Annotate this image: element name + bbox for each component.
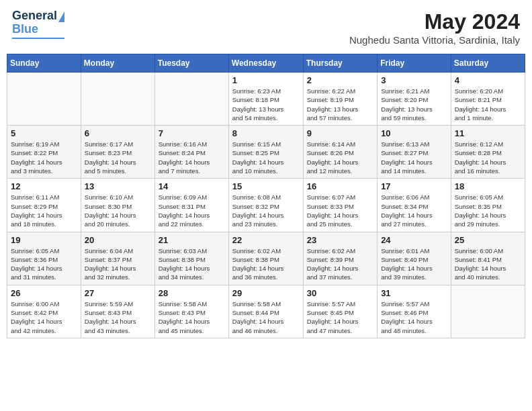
day-number: 25	[455, 235, 521, 245]
calendar-table: SundayMondayTuesdayWednesdayThursdayFrid…	[7, 54, 525, 338]
header-friday: Friday	[378, 54, 451, 73]
header-monday: Monday	[81, 54, 154, 73]
calendar-cell: 31Sunrise: 5:57 AMSunset: 8:46 PMDayligh…	[378, 285, 451, 338]
day-number: 6	[85, 128, 151, 138]
calendar-week-5: 26Sunrise: 6:00 AMSunset: 8:42 PMDayligh…	[7, 285, 525, 338]
calendar-week-3: 12Sunrise: 6:11 AMSunset: 8:29 PMDayligh…	[7, 179, 525, 232]
calendar-week-1: 1Sunrise: 6:23 AMSunset: 8:18 PMDaylight…	[7, 73, 525, 126]
calendar-cell: 10Sunrise: 6:13 AMSunset: 8:27 PMDayligh…	[378, 126, 451, 179]
calendar-cell: 9Sunrise: 6:14 AMSunset: 8:26 PMDaylight…	[303, 126, 377, 179]
day-number: 27	[85, 288, 151, 298]
day-detail: Sunrise: 6:21 AMSunset: 8:20 PMDaylight:…	[381, 87, 447, 122]
day-number: 23	[307, 235, 373, 245]
month-year-title: May 2024	[349, 9, 520, 34]
day-detail: Sunrise: 6:04 AMSunset: 8:37 PMDaylight:…	[85, 246, 151, 282]
calendar-cell: 28Sunrise: 5:58 AMSunset: 8:43 PMDayligh…	[154, 285, 228, 338]
calendar-cell: 5Sunrise: 6:19 AMSunset: 8:22 PMDaylight…	[7, 126, 81, 179]
day-detail: Sunrise: 6:15 AMSunset: 8:25 PMDaylight:…	[232, 140, 300, 175]
calendar-week-4: 19Sunrise: 6:05 AMSunset: 8:36 PMDayligh…	[7, 232, 525, 285]
day-number: 28	[159, 288, 225, 298]
calendar-cell	[451, 285, 525, 338]
day-number: 30	[307, 288, 373, 298]
day-detail: Sunrise: 6:09 AMSunset: 8:31 PMDaylight:…	[159, 193, 225, 228]
day-detail: Sunrise: 6:02 AMSunset: 8:39 PMDaylight:…	[307, 246, 373, 282]
calendar-cell: 22Sunrise: 6:02 AMSunset: 8:38 PMDayligh…	[228, 232, 303, 285]
day-detail: Sunrise: 6:10 AMSunset: 8:30 PMDaylight:…	[85, 193, 151, 228]
title-section: May 2024 Nughedu Santa Vittoria, Sardini…	[349, 9, 520, 46]
calendar-body: 1Sunrise: 6:23 AMSunset: 8:18 PMDaylight…	[7, 73, 525, 338]
calendar-cell: 12Sunrise: 6:11 AMSunset: 8:29 PMDayligh…	[7, 179, 81, 232]
calendar-cell: 6Sunrise: 6:17 AMSunset: 8:23 PMDaylight…	[81, 126, 154, 179]
location-subtitle: Nughedu Santa Vittoria, Sardinia, Italy	[349, 34, 520, 46]
calendar-cell	[154, 73, 228, 126]
calendar-cell: 11Sunrise: 6:12 AMSunset: 8:28 PMDayligh…	[451, 126, 525, 179]
calendar-cell: 18Sunrise: 6:05 AMSunset: 8:35 PMDayligh…	[451, 179, 525, 232]
day-number: 10	[381, 128, 447, 138]
day-detail: Sunrise: 5:57 AMSunset: 8:46 PMDaylight:…	[381, 300, 447, 335]
day-number: 22	[232, 235, 300, 245]
logo-text-general: General	[12, 9, 57, 23]
day-number: 14	[159, 181, 225, 191]
calendar-cell: 30Sunrise: 5:57 AMSunset: 8:45 PMDayligh…	[303, 285, 377, 338]
calendar-cell: 21Sunrise: 6:03 AMSunset: 8:38 PMDayligh…	[154, 232, 228, 285]
day-number: 31	[381, 288, 447, 298]
calendar-cell: 16Sunrise: 6:07 AMSunset: 8:33 PMDayligh…	[303, 179, 377, 232]
day-number: 24	[381, 235, 447, 245]
day-number: 11	[455, 128, 521, 138]
calendar-cell: 2Sunrise: 6:22 AMSunset: 8:19 PMDaylight…	[303, 73, 377, 126]
day-number: 2	[307, 75, 373, 85]
day-detail: Sunrise: 6:22 AMSunset: 8:19 PMDaylight:…	[307, 87, 373, 122]
calendar-cell: 1Sunrise: 6:23 AMSunset: 8:18 PMDaylight…	[228, 73, 303, 126]
logo-triangle-icon	[58, 11, 64, 22]
day-number: 1	[232, 75, 300, 85]
day-detail: Sunrise: 6:01 AMSunset: 8:40 PMDaylight:…	[381, 246, 447, 282]
calendar-cell: 4Sunrise: 6:20 AMSunset: 8:21 PMDaylight…	[451, 73, 525, 126]
day-detail: Sunrise: 6:16 AMSunset: 8:24 PMDaylight:…	[159, 140, 225, 175]
day-number: 29	[232, 288, 300, 298]
day-number: 16	[307, 181, 373, 191]
day-detail: Sunrise: 6:19 AMSunset: 8:22 PMDaylight:…	[11, 140, 77, 175]
calendar-cell: 7Sunrise: 6:16 AMSunset: 8:24 PMDaylight…	[154, 126, 228, 179]
day-number: 15	[232, 181, 300, 191]
day-number: 12	[11, 181, 77, 191]
day-detail: Sunrise: 6:20 AMSunset: 8:21 PMDaylight:…	[455, 87, 521, 122]
page-header: General Blue May 2024 Nughedu Santa Vitt…	[7, 7, 525, 48]
day-detail: Sunrise: 6:13 AMSunset: 8:27 PMDaylight:…	[381, 140, 447, 175]
day-detail: Sunrise: 5:58 AMSunset: 8:43 PMDaylight:…	[159, 300, 225, 335]
header-sunday: Sunday	[7, 54, 81, 73]
day-detail: Sunrise: 6:12 AMSunset: 8:28 PMDaylight:…	[455, 140, 521, 175]
calendar-cell: 8Sunrise: 6:15 AMSunset: 8:25 PMDaylight…	[228, 126, 303, 179]
day-number: 13	[85, 181, 151, 191]
calendar-cell: 24Sunrise: 6:01 AMSunset: 8:40 PMDayligh…	[378, 232, 451, 285]
calendar-cell: 14Sunrise: 6:09 AMSunset: 8:31 PMDayligh…	[154, 179, 228, 232]
calendar-cell: 19Sunrise: 6:05 AMSunset: 8:36 PMDayligh…	[7, 232, 81, 285]
day-number: 5	[11, 128, 77, 138]
header-tuesday: Tuesday	[154, 54, 228, 73]
calendar-week-2: 5Sunrise: 6:19 AMSunset: 8:22 PMDaylight…	[7, 126, 525, 179]
day-number: 26	[11, 288, 77, 298]
day-number: 18	[455, 181, 521, 191]
header-row: SundayMondayTuesdayWednesdayThursdayFrid…	[7, 54, 525, 73]
day-number: 20	[85, 235, 151, 245]
calendar-cell: 27Sunrise: 5:59 AMSunset: 8:43 PMDayligh…	[81, 285, 154, 338]
header-saturday: Saturday	[451, 54, 525, 73]
day-detail: Sunrise: 6:05 AMSunset: 8:36 PMDaylight:…	[11, 246, 77, 282]
day-detail: Sunrise: 5:57 AMSunset: 8:45 PMDaylight:…	[307, 300, 373, 335]
day-number: 8	[232, 128, 300, 138]
logo-underline	[12, 38, 64, 39]
day-detail: Sunrise: 6:07 AMSunset: 8:33 PMDaylight:…	[307, 193, 373, 228]
day-number: 3	[381, 75, 447, 85]
day-detail: Sunrise: 6:17 AMSunset: 8:23 PMDaylight:…	[85, 140, 151, 175]
header-thursday: Thursday	[303, 54, 377, 73]
calendar-cell: 3Sunrise: 6:21 AMSunset: 8:20 PMDaylight…	[378, 73, 451, 126]
logo: General Blue	[12, 9, 64, 39]
day-detail: Sunrise: 6:08 AMSunset: 8:32 PMDaylight:…	[232, 193, 300, 228]
calendar-cell	[7, 73, 81, 126]
day-number: 21	[159, 235, 225, 245]
day-number: 7	[159, 128, 225, 138]
day-number: 9	[307, 128, 373, 138]
calendar-cell: 17Sunrise: 6:06 AMSunset: 8:34 PMDayligh…	[378, 179, 451, 232]
calendar-cell: 29Sunrise: 5:58 AMSunset: 8:44 PMDayligh…	[228, 285, 303, 338]
day-number: 17	[381, 181, 447, 191]
day-detail: Sunrise: 6:03 AMSunset: 8:38 PMDaylight:…	[159, 246, 225, 282]
